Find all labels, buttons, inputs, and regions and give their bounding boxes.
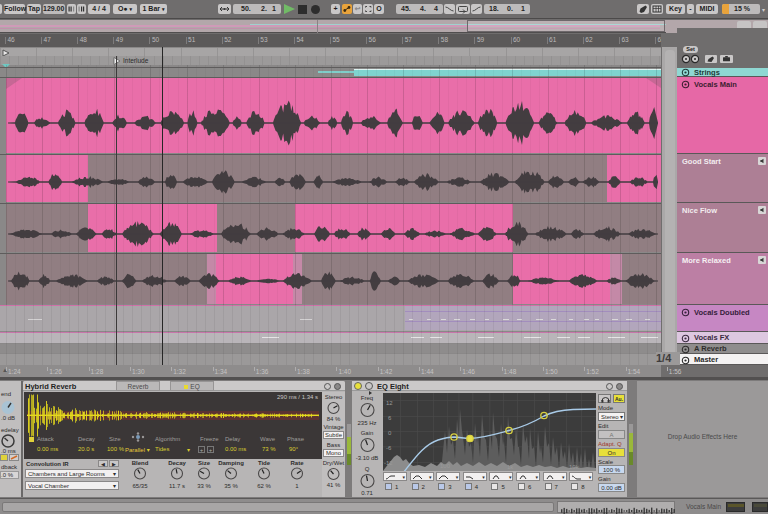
- svg-text:0: 0: [388, 430, 392, 436]
- svg-text:-6: -6: [386, 445, 392, 451]
- svg-text:1k: 1k: [507, 464, 514, 470]
- svg-text:12: 12: [386, 400, 393, 406]
- svg-text:100: 100: [440, 463, 451, 469]
- svg-text:-12: -12: [384, 460, 393, 466]
- svg-text:6: 6: [388, 415, 392, 421]
- svg-text:10k: 10k: [569, 464, 580, 470]
